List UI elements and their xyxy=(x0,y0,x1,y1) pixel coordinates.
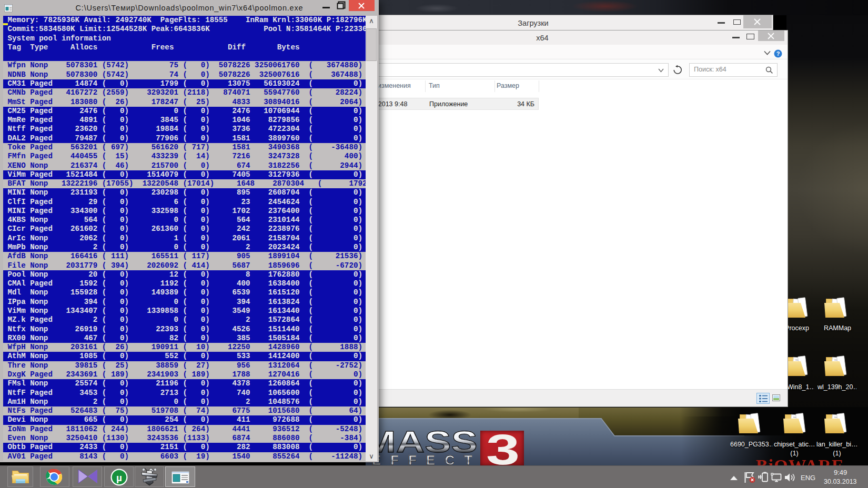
svg-text:?: ? xyxy=(776,50,780,57)
svg-text:µ: µ xyxy=(116,472,122,483)
